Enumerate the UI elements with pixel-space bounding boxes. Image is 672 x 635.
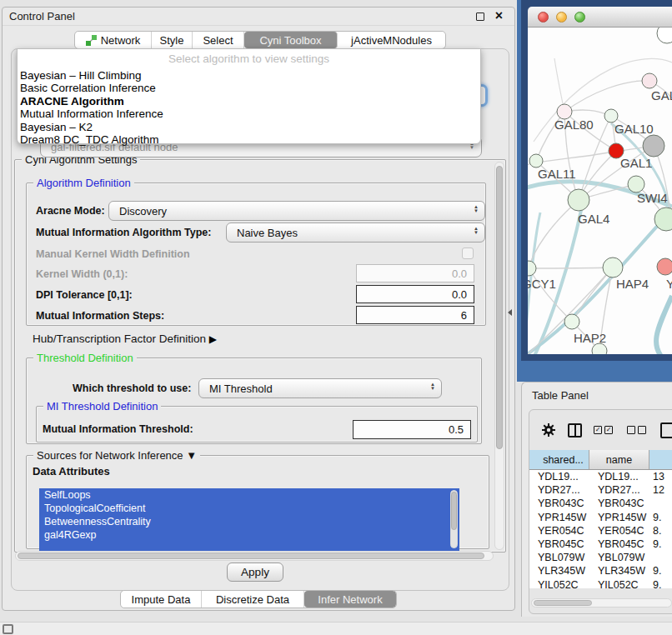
table-row[interactable]: YBL079W YBL079W (529, 551, 672, 564)
algorithm-list-item[interactable]: Dream8 DC_TDC Algorithm (18, 133, 480, 146)
table-hscrollbar-track[interactable] (531, 598, 672, 608)
dpi-tolerance-field[interactable]: 0.0 (356, 285, 474, 303)
manual-kernel-width-checkbox[interactable] (462, 248, 474, 259)
network-node[interactable] (628, 176, 644, 192)
tab-network-label: Network (101, 34, 141, 47)
tab-select-label: Select (203, 34, 233, 47)
close-traffic-icon[interactable] (538, 12, 549, 22)
attribute-item[interactable]: BetweennessCentrality (39, 515, 459, 528)
tab-network[interactable]: Network (75, 32, 152, 48)
splitter-collapse-icon[interactable] (508, 309, 512, 316)
apply-button[interactable]: Apply (227, 562, 283, 582)
table-row[interactable]: YBR045C YBR045C 9. (529, 538, 672, 551)
algorithm-list-item[interactable]: Bayesian – Hill Climbing (18, 69, 480, 82)
network-node[interactable] (568, 189, 589, 211)
tab-infer-network[interactable]: Infer Network (304, 591, 396, 608)
column-header-partial[interactable] (649, 450, 672, 469)
tab-jactivemnodules[interactable]: jActiveMNodules (338, 32, 445, 48)
attribute-item[interactable]: SelfLoops (39, 488, 459, 502)
table-row[interactable]: YDR27... YDR27... 12 (529, 483, 672, 497)
network-node[interactable] (529, 154, 543, 168)
network-node[interactable] (643, 135, 664, 157)
table-row[interactable]: YDL19... YDL19... 13 (529, 470, 672, 483)
control-panel-titlebar: Control Panel × (3, 8, 514, 26)
algorithm-list: Bayesian – Hill ClimbingBasic Correlatio… (18, 69, 480, 146)
tab-cyni-toolbox[interactable]: Cyni Toolbox (244, 32, 338, 48)
kernel-width-field[interactable]: 0.0 (356, 264, 474, 282)
hub-transcription-factor-section[interactable]: Hub/Transcription Factor Definition ▶ (33, 332, 217, 345)
algorithm-list-item[interactable]: Mutual Information Inference (18, 108, 480, 120)
algorithm-list-item[interactable]: Bayesian – K2 (18, 121, 480, 133)
network-node[interactable] (603, 258, 623, 278)
minimize-traffic-icon[interactable] (556, 12, 567, 22)
table-row[interactable]: YER054C YER054C 8. (529, 524, 672, 538)
table-panel-window: Table Panel ✓✓ shared... name YDL19... (521, 382, 672, 617)
network-node-label: GAL11 (538, 167, 576, 181)
table-panel-body: ✓✓ shared... name YDL19... YDL19... 13 (529, 409, 672, 614)
attr-list-scrollbar-track[interactable] (450, 490, 458, 548)
tab-impute-data[interactable]: Impute Data (121, 591, 202, 608)
expand-arrow-icon[interactable]: ▶ (209, 333, 217, 345)
column-header-shared[interactable]: shared... (529, 450, 589, 469)
settings-scrollbar-track[interactable] (494, 162, 504, 550)
cell-value (649, 497, 672, 510)
network-window-titlebar[interactable] (528, 7, 672, 28)
close-icon[interactable]: × (495, 8, 503, 23)
tab-select[interactable]: Select (193, 32, 244, 48)
mi-threshold-field[interactable]: 0.5 (353, 420, 471, 439)
aracne-mode-value: Discovery (119, 205, 167, 218)
zoom-traffic-icon[interactable] (574, 12, 585, 22)
attribute-item[interactable]: TopologicalCoefficient (39, 502, 459, 515)
attribute-item[interactable]: gal4RGexp (39, 528, 459, 542)
network-node-label: GAL1 (620, 156, 652, 170)
cell-shared-name: YDR27... (529, 483, 589, 497)
tab-discretize-data[interactable]: Discretize Data (202, 591, 304, 608)
data-attributes-list[interactable]: SelfLoopsTopologicalCoefficientBetweenne… (39, 488, 459, 551)
column-header-name[interactable]: name (589, 450, 649, 469)
network-svg: GALGAL80GAL10GAL1GAL11SWI4GAL4GCY1HAP4YH… (528, 28, 672, 354)
algorithm-list-item[interactable]: ARACNE Algorithm (18, 95, 480, 108)
network-node[interactable] (642, 73, 657, 88)
mini-window-icon[interactable] (3, 624, 13, 634)
table-row[interactable]: YLR345W YLR345W 9. (529, 564, 672, 578)
table-hscrollbar-thumb[interactable] (534, 600, 592, 606)
network-node[interactable] (657, 28, 672, 43)
network-node[interactable] (564, 314, 579, 329)
new-table-icon[interactable] (660, 422, 672, 438)
cell-name: YDR27... (589, 483, 649, 497)
gear-icon[interactable] (541, 422, 556, 438)
network-node[interactable] (604, 109, 618, 122)
columns-icon[interactable] (568, 423, 582, 438)
cell-name: YBR043C (589, 497, 649, 510)
which-threshold-combo[interactable]: MI Threshold ▲▼ (198, 378, 442, 398)
settings-hscrollbar-track[interactable] (15, 551, 494, 561)
deselect-all-checkboxes-icon[interactable] (627, 426, 649, 434)
network-graph-icon (86, 35, 97, 46)
network-node[interactable] (657, 258, 672, 275)
table-row[interactable]: YPR145W YPR145W 9. (529, 511, 672, 524)
network-canvas[interactable]: GALGAL80GAL10GAL1GAL11SWI4GAL4GCY1HAP4YH… (528, 28, 672, 354)
table-row[interactable]: YBR043C YBR043C (529, 497, 672, 510)
select-all-checkboxes-icon[interactable]: ✓✓ (594, 426, 615, 434)
table-toolbar: ✓✓ (529, 415, 672, 445)
sources-legend-label: Sources for Network Inference (37, 449, 183, 462)
mi-algorithm-type-combo[interactable]: Naive Bayes ▲▼ (226, 222, 485, 242)
network-node[interactable] (528, 261, 536, 276)
algorithm-list-item[interactable]: Basic Correlation Inference (18, 82, 480, 94)
settings-scrollbar-thumb[interactable] (496, 166, 503, 449)
dpi-tolerance-value: 0.0 (452, 288, 467, 301)
table-row[interactable]: YIL052C YIL052C 9. (529, 578, 672, 589)
network-node-label: GAL10 (614, 122, 654, 136)
control-panel-title: Control Panel (9, 10, 75, 22)
settings-hscrollbar-thumb[interactable] (18, 552, 484, 559)
mi-steps-field[interactable]: 6 (356, 306, 474, 324)
collapse-arrow-icon[interactable]: ▼ (186, 449, 197, 462)
network-edge (554, 58, 564, 112)
cell-name: YIL052C (589, 578, 649, 589)
float-window-icon[interactable] (476, 12, 484, 21)
network-node[interactable] (592, 343, 607, 354)
attr-list-scrollbar-thumb[interactable] (451, 492, 457, 530)
aracne-mode-combo[interactable]: Discovery ▲▼ (108, 201, 485, 221)
attr-items: SelfLoopsTopologicalCoefficientBetweenne… (39, 488, 459, 542)
tab-style[interactable]: Style (152, 32, 193, 48)
